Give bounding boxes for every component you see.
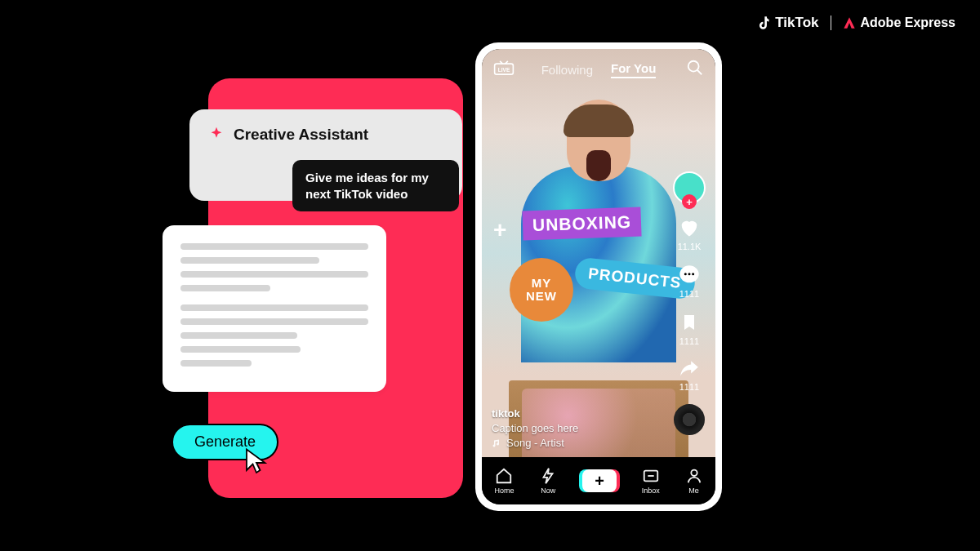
svg-point-5	[684, 273, 687, 275]
sticker-unboxing: UNBOXING	[522, 207, 641, 240]
skeleton-line	[180, 285, 270, 291]
music-note-icon	[492, 438, 501, 448]
comment-icon	[678, 264, 701, 287]
sparkle-icon	[207, 126, 225, 144]
skeleton-line	[180, 318, 368, 325]
now-icon	[539, 467, 557, 485]
creator-avatar[interactable]: +	[673, 171, 706, 204]
adobe-wordmark: Adobe Express	[861, 16, 956, 30]
home-icon	[495, 467, 513, 485]
caption-username[interactable]: tiktok	[492, 407, 578, 420]
nav-create[interactable]: +	[582, 469, 617, 492]
sticker-plus-icon: +	[493, 217, 507, 243]
action-rail: + 11.1K 1111 1111 1111	[670, 171, 709, 435]
like-button[interactable]: 11.1K	[677, 216, 702, 251]
share-count: 1111	[679, 382, 699, 392]
tab-following[interactable]: Following	[541, 63, 593, 77]
svg-point-6	[688, 273, 690, 275]
comment-button[interactable]: 1111	[678, 264, 701, 299]
inbox-icon	[642, 467, 660, 485]
svg-point-2	[688, 61, 699, 72]
generate-button[interactable]: Generate	[172, 424, 278, 460]
tiktok-logo: TikTok	[759, 15, 818, 31]
disc-icon	[674, 404, 705, 435]
bottom-nav: Home Now + Inbox Me	[482, 457, 715, 504]
comment-count: 1111	[679, 289, 699, 299]
assistant-title: Creative Assistant	[234, 126, 368, 144]
nav-home[interactable]: Home	[494, 467, 514, 495]
video-caption: tiktok Caption goes here Song - Artist	[492, 407, 578, 449]
like-count: 11.1K	[678, 242, 702, 251]
nav-me[interactable]: Me	[685, 467, 703, 495]
svg-text:LIVE: LIVE	[498, 67, 510, 73]
adobe-express-logo: Adobe Express	[843, 16, 956, 30]
skeleton-line	[180, 243, 368, 250]
sound-disc[interactable]	[674, 404, 705, 435]
save-count: 1111	[679, 336, 699, 346]
adobe-icon	[843, 16, 856, 29]
share-button[interactable]: 1111	[678, 358, 701, 392]
plus-icon: +	[595, 472, 604, 491]
skeleton-line	[180, 332, 297, 339]
phone-mockup: + UNBOXING MY NEW PRODUCTS LIVE Followin…	[475, 42, 722, 511]
user-prompt: Give me ideas for my next TikTok video	[292, 160, 459, 211]
search-icon[interactable]	[686, 59, 704, 77]
assistant-header: Creative Assistant	[207, 126, 444, 144]
brand-divider	[831, 16, 831, 30]
nav-inbox[interactable]: Inbox	[642, 467, 660, 495]
skeleton-line	[180, 257, 319, 264]
caption-music[interactable]: Song - Artist	[492, 437, 578, 449]
assistant-response-card	[163, 225, 386, 392]
follow-plus-icon[interactable]: +	[682, 194, 697, 209]
phone-screen: + UNBOXING MY NEW PRODUCTS LIVE Followin…	[482, 49, 715, 504]
svg-line-3	[697, 70, 702, 75]
share-icon	[678, 358, 701, 380]
sticker-my-new: MY NEW	[510, 258, 573, 322]
tab-for-you[interactable]: For You	[611, 61, 656, 78]
bookmark-icon	[679, 311, 699, 334]
tiktok-note-icon	[759, 16, 772, 30]
tiktok-wordmark: TikTok	[775, 15, 818, 31]
heart-icon	[677, 216, 702, 239]
caption-text: Caption goes here	[492, 422, 578, 434]
branding-bar: TikTok Adobe Express	[759, 15, 956, 31]
nav-now[interactable]: Now	[539, 467, 557, 495]
skeleton-line	[180, 360, 252, 367]
live-icon[interactable]: LIVE	[493, 59, 514, 77]
svg-point-9	[691, 470, 697, 476]
feed-topbar: LIVE Following For You	[482, 49, 715, 90]
skeleton-line	[180, 304, 368, 311]
skeleton-line	[180, 271, 368, 278]
skeleton-line	[180, 346, 301, 353]
svg-point-7	[692, 273, 694, 275]
profile-icon	[685, 467, 703, 485]
save-button[interactable]: 1111	[679, 311, 699, 346]
